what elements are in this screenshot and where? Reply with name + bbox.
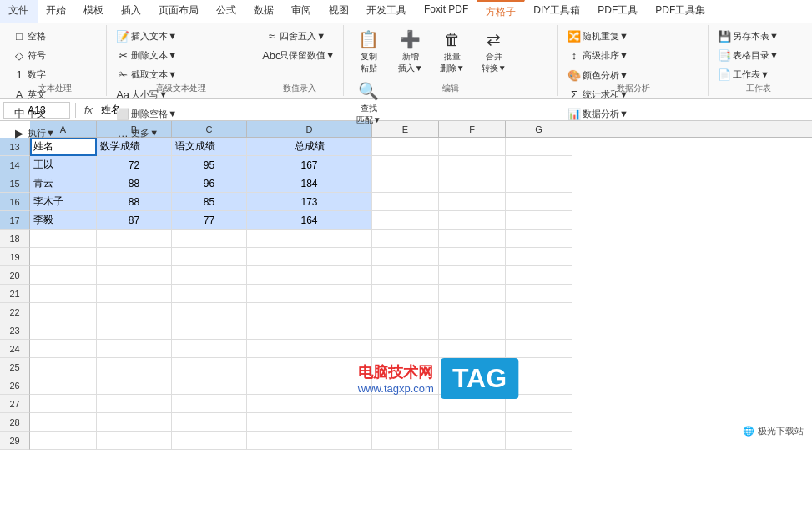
tab-formula[interactable]: 公式 [208,0,245,23]
row-header[interactable]: 25 [0,358,30,376]
list-item[interactable]: 88 [97,174,172,193]
tab-devtools[interactable]: 开发工具 [358,0,416,23]
list-item[interactable] [247,285,372,303]
list-item[interactable] [30,285,97,303]
btn-random[interactable]: 🔀随机重复▼ [563,27,633,45]
list-item[interactable] [506,432,572,450]
row-header[interactable]: 14 [0,156,30,174]
btn-new-insert[interactable]: ➕ 新增插入▼ [391,27,431,77]
list-item[interactable] [247,376,372,395]
btn-round[interactable]: ≈四舍五入▼ [260,27,339,45]
list-item[interactable] [372,211,439,230]
list-item[interactable] [372,266,439,285]
list-item[interactable] [30,395,97,413]
list-item[interactable] [247,413,372,432]
list-item[interactable]: 87 [97,211,172,230]
list-item[interactable] [439,230,506,248]
row-header[interactable]: 22 [0,303,30,321]
list-item[interactable] [372,432,439,450]
list-item[interactable] [97,303,172,321]
list-item[interactable] [97,248,172,266]
btn-symbol[interactable]: ◇符号 [8,46,50,64]
list-item[interactable] [97,432,172,450]
list-item[interactable] [372,285,439,303]
tab-template[interactable]: 模板 [75,0,113,23]
list-item[interactable] [439,395,506,413]
list-item[interactable] [439,156,506,174]
list-item[interactable] [97,395,172,413]
list-item[interactable] [97,358,172,376]
btn-execute[interactable]: ▶执行▼ [8,124,59,142]
list-item[interactable]: 李木子 [30,193,97,211]
list-item[interactable] [247,230,372,248]
list-item[interactable] [506,230,572,248]
list-item[interactable] [372,358,439,376]
list-item[interactable] [506,266,572,285]
list-item[interactable] [372,413,439,432]
tab-pdftool[interactable]: PDF工具 [589,0,647,23]
list-item[interactable] [247,395,372,413]
list-item[interactable] [172,248,247,266]
row-header[interactable]: 24 [0,340,30,358]
list-item[interactable] [439,193,506,211]
list-item[interactable] [97,340,172,358]
list-item[interactable] [172,413,247,432]
list-item[interactable] [172,303,247,321]
tab-data[interactable]: 数据 [245,0,283,23]
list-item[interactable] [247,266,372,285]
list-item[interactable] [97,266,172,285]
tab-home[interactable]: 开始 [38,0,75,23]
btn-advanced-sort[interactable]: ↕高级排序▼ [563,46,633,64]
row-header[interactable]: 17 [0,211,30,230]
list-item[interactable] [172,376,247,395]
list-item[interactable] [439,321,506,340]
list-item[interactable] [172,285,247,303]
list-item[interactable] [372,340,439,358]
list-item[interactable] [506,303,572,321]
list-item[interactable] [506,248,572,266]
list-item[interactable] [439,266,506,285]
tab-fangezi[interactable]: 方格子 [477,0,525,23]
list-item[interactable] [97,285,172,303]
list-item[interactable] [439,285,506,303]
list-item[interactable] [439,303,506,321]
row-header[interactable]: 20 [0,266,30,285]
list-item[interactable] [97,413,172,432]
btn-keep-num[interactable]: Abc只保留数值▼ [260,46,339,64]
list-item[interactable] [506,395,572,413]
list-item[interactable]: 184 [247,174,372,193]
list-item[interactable] [506,211,572,230]
list-item[interactable] [30,432,97,450]
list-item[interactable]: 王以 [30,156,97,174]
list-item[interactable] [172,395,247,413]
list-item[interactable]: 95 [172,156,247,174]
list-item[interactable] [506,174,572,193]
list-item[interactable]: 青云 [30,174,97,193]
list-item[interactable]: 85 [172,193,247,211]
list-item[interactable] [172,230,247,248]
list-item[interactable] [506,285,572,303]
list-item[interactable] [247,432,372,450]
btn-del-space[interactable]: ⬜删除空格▼ [112,104,181,123]
list-item[interactable]: 李毅 [30,211,97,230]
list-item[interactable] [30,358,97,376]
list-item[interactable] [372,395,439,413]
list-item[interactable]: 77 [172,211,247,230]
list-item[interactable] [172,432,247,450]
btn-table-dir[interactable]: 📑表格目录▼ [714,46,783,64]
tab-pdftoolset[interactable]: PDF工具集 [647,0,714,23]
list-item[interactable] [372,321,439,340]
list-item[interactable] [372,174,439,193]
tab-layout[interactable]: 页面布局 [150,0,208,23]
tab-diy[interactable]: DIY工具箱 [525,0,589,23]
list-item[interactable]: 164 [247,211,372,230]
row-header[interactable]: 27 [0,395,30,413]
list-item[interactable] [172,340,247,358]
list-item[interactable] [172,358,247,376]
row-header[interactable]: 28 [0,413,30,432]
btn-delete-text[interactable]: ✂删除文本▼ [112,46,181,64]
list-item[interactable]: 173 [247,193,372,211]
list-item[interactable] [439,432,506,450]
list-item[interactable] [372,248,439,266]
row-header[interactable]: 18 [0,230,30,248]
